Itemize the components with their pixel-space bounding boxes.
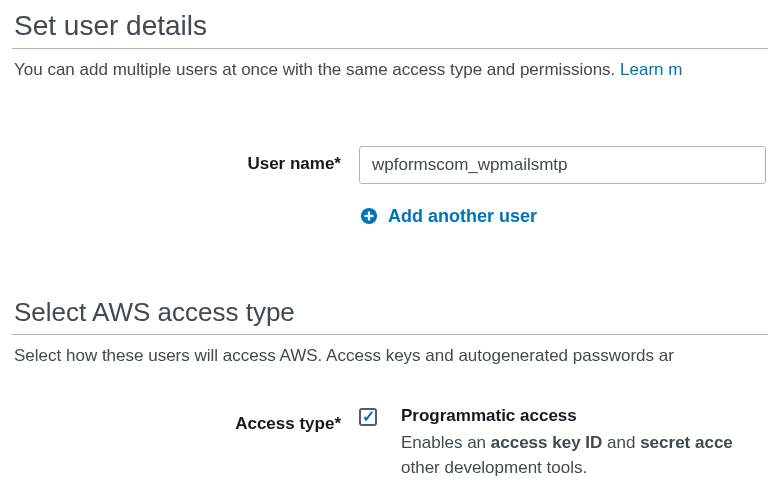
user-name-row: User name* [0, 146, 780, 184]
programmatic-access-checkbox[interactable]: ✓ [359, 408, 377, 426]
select-access-type-description: Select how these users will access AWS. … [0, 343, 780, 368]
select-access-type-heading: Select AWS access type [0, 227, 780, 334]
add-another-user-row[interactable]: Add another user [0, 206, 780, 227]
desc-part: other development tools. [401, 458, 587, 477]
access-type-checkbox-wrapper: ✓ [359, 406, 401, 426]
desc-bold: secret acce [640, 433, 733, 452]
user-name-label: User name* [14, 146, 359, 174]
desc-part: Enables an [401, 433, 491, 452]
access-type-label: Access type* [14, 406, 359, 434]
programmatic-access-name: Programmatic access [401, 406, 766, 426]
set-user-details-heading: Set user details [0, 0, 780, 48]
programmatic-access-description: Enables an access key ID and secret acce… [401, 430, 766, 481]
add-another-user-link[interactable]: Add another user [388, 206, 537, 227]
svg-rect-2 [365, 215, 374, 217]
description-text: You can add multiple users at once with … [14, 60, 615, 79]
desc-bold: access key ID [491, 433, 603, 452]
divider [12, 334, 768, 335]
learn-more-link[interactable]: Learn m [620, 60, 682, 79]
access-type-description-wrapper: Programmatic access Enables an access ke… [401, 406, 766, 481]
desc-part: and [602, 433, 640, 452]
plus-circle-icon [360, 207, 378, 225]
user-name-input[interactable] [359, 146, 766, 184]
check-icon: ✓ [362, 409, 375, 425]
access-type-row: Access type* ✓ Programmatic access Enabl… [0, 406, 780, 481]
divider [12, 48, 768, 49]
user-name-field-wrapper [359, 146, 766, 184]
set-user-details-description: You can add multiple users at once with … [0, 57, 780, 82]
